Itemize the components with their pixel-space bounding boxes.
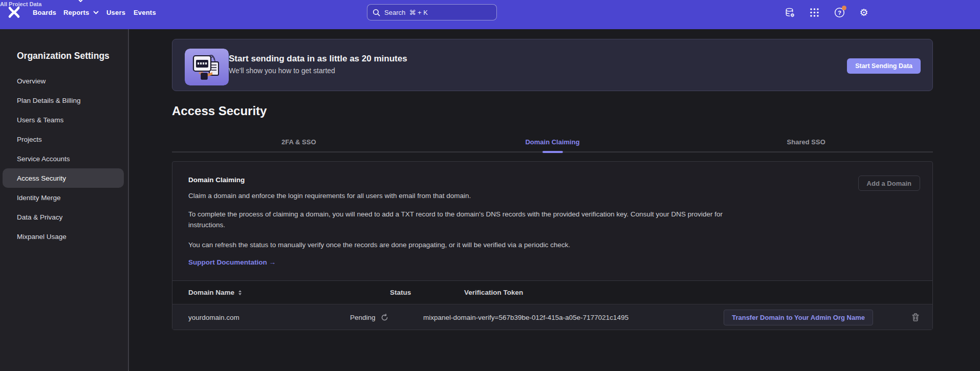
start-sending-data-button[interactable]: Start Sending Data — [847, 58, 921, 74]
sidebar-title: Organization Settings — [17, 51, 110, 61]
transfer-domain-button[interactable]: Transfer Domain to Your Admin Org Name — [724, 310, 873, 325]
sidebar-item-service-accounts[interactable]: Service Accounts — [0, 149, 128, 168]
sidebar-list: Overview Plan Details & Billing Users & … — [0, 71, 128, 246]
domain-name-cell: yourdomain.com — [188, 305, 239, 330]
panel-title: Domain Claiming — [188, 176, 245, 185]
column-header-domain-name[interactable]: Domain Name — [188, 281, 242, 304]
refresh-status-icon[interactable] — [381, 314, 388, 321]
tab-shared-sso[interactable]: Shared SSO — [679, 134, 933, 151]
help-icon[interactable]: ? — [834, 7, 845, 18]
svg-text:?: ? — [838, 9, 841, 15]
support-documentation-link[interactable]: Support Documentation → — [188, 257, 276, 268]
onboarding-banner: Start sending data in as little as 20 mi… — [172, 39, 933, 91]
settings-gear-icon[interactable]: ⚙ — [858, 7, 869, 18]
status-cell: Pending — [350, 305, 388, 330]
apps-grid-icon[interactable] — [809, 7, 820, 18]
main-area: Start sending data in as little as 20 mi… — [129, 29, 980, 371]
verification-token-cell: mixpanel-domain-verify=567b39be-012f-415… — [423, 305, 628, 330]
devices-illustration-icon — [185, 49, 229, 85]
org-settings-sidebar: Organization Settings Overview Plan Deta… — [0, 29, 129, 371]
domain-claiming-panel: Domain Claiming Add a Domain Claim a dom… — [172, 161, 933, 330]
active-tab-indicator — [542, 151, 563, 153]
banner-title: Start sending data in as little as 20 mi… — [229, 53, 407, 65]
add-domain-button[interactable]: Add a Domain — [858, 176, 920, 191]
sidebar-item-access-security[interactable]: Access Security — [3, 168, 124, 188]
panel-description-2-line1: To complete the process of claiming a do… — [188, 210, 723, 218]
nav-item-reports-label: Reports — [63, 9, 90, 16]
access-security-tabs: 2FA & SSO Domain Claiming Shared SSO — [172, 134, 933, 152]
chevron-down-icon — [93, 10, 99, 14]
nav-item-events[interactable]: Events — [134, 9, 156, 16]
panel-description-2: To complete the process of claiming a do… — [188, 209, 723, 230]
sidebar-item-plan-details-billing[interactable]: Plan Details & Billing — [0, 91, 128, 110]
data-management-icon[interactable] — [784, 7, 795, 18]
panel-description-1: Claim a domain and enforce the login req… — [188, 190, 471, 201]
search-input[interactable] — [384, 9, 491, 16]
tab-domain-claiming-label: Domain Claiming — [525, 138, 579, 146]
chevron-down-icon — [77, 0, 84, 3]
status-value: Pending — [350, 314, 376, 321]
column-header-status: Status — [390, 281, 411, 304]
panel-description-2-line2: instructions. — [188, 221, 225, 229]
domain-table-row: yourdomain.com Pending mixpanel-domain-v… — [172, 305, 932, 330]
nav-item-boards[interactable]: Boards — [33, 9, 56, 16]
column-header-domain-name-label: Domain Name — [188, 289, 234, 296]
column-header-verification-token: Verification Token — [464, 281, 523, 304]
account-switcher[interactable]: 44eebad12c65eb0c35f All Project Data — [0, 0, 980, 8]
nav-item-reports[interactable]: Reports — [63, 9, 99, 16]
sidebar-item-mixpanel-usage[interactable]: Mixpanel Usage — [0, 227, 128, 246]
panel-description-3: You can refresh the status to manually v… — [188, 239, 570, 250]
tab-2fa-sso[interactable]: 2FA & SSO — [172, 134, 426, 151]
top-nav: Boards Reports Users Events — [0, 0, 980, 29]
banner-subtitle: We'll show you how to get started — [229, 65, 407, 76]
domains-table-header: Domain Name Status Verification Token — [172, 280, 932, 304]
delete-domain-trash-icon[interactable] — [911, 313, 920, 322]
sidebar-item-data-privacy[interactable]: Data & Privacy — [0, 207, 128, 227]
sort-icon — [238, 290, 242, 295]
project-name: All Project Data — [0, 1, 70, 8]
page-title: Access Security — [172, 104, 267, 118]
sidebar-item-projects[interactable]: Projects — [0, 129, 128, 149]
nav-item-users[interactable]: Users — [106, 9, 125, 16]
sidebar-item-users-teams[interactable]: Users & Teams — [0, 110, 128, 129]
sidebar-item-overview[interactable]: Overview — [0, 71, 128, 91]
sidebar-item-identity-merge[interactable]: Identity Merge — [0, 188, 128, 207]
search-icon — [373, 9, 380, 16]
tab-domain-claiming[interactable]: Domain Claiming — [426, 134, 680, 151]
